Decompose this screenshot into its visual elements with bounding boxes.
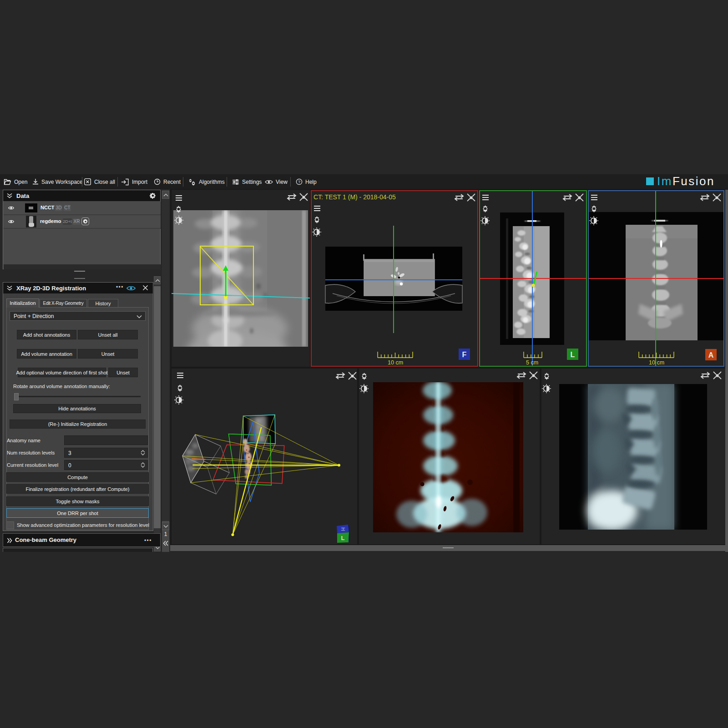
svg-text:H: H: [340, 527, 346, 531]
svg-text:5 cm: 5 cm: [526, 359, 538, 366]
svg-text:CT: TEST 1 (M) - 2018-04-05: CT: TEST 1 (M) - 2018-04-05: [313, 193, 396, 201]
svg-text:F: F: [462, 351, 467, 359]
svg-text:10 cm: 10 cm: [388, 359, 403, 366]
svg-text:L: L: [341, 535, 345, 541]
svg-text:L: L: [571, 351, 575, 359]
svg-text:10 cm: 10 cm: [649, 359, 664, 366]
svg-text:?: ?: [298, 180, 300, 184]
svg-text:A: A: [708, 351, 714, 359]
